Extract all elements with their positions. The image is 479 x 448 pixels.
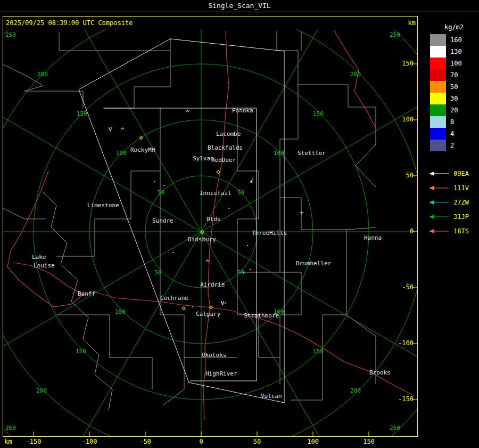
svg-text:Didsbury: Didsbury	[188, 236, 216, 243]
colorbar-swatch	[430, 81, 446, 93]
svg-text:◇: ◇	[216, 168, 220, 175]
colorbar-entry: 130	[430, 46, 462, 58]
svg-text:50: 50	[154, 269, 161, 276]
svg-text:Lacombe: Lacombe	[216, 131, 241, 137]
svg-text:◇: ◇	[209, 303, 213, 311]
colorbar-swatch	[430, 93, 446, 104]
radar-map[interactable]: 2502001501005050100150200250501001502002…	[3, 17, 417, 436]
right-axis-label: 150	[390, 60, 414, 67]
svg-text:Olds: Olds	[207, 216, 221, 223]
svg-text:Stettler: Stettler	[298, 150, 326, 157]
svg-text:Banff: Banff	[78, 290, 95, 297]
site-arrow-icon	[429, 199, 449, 206]
svg-text:150: 150	[313, 348, 324, 355]
svg-text:Blackfalds: Blackfalds	[208, 144, 243, 151]
svg-text:Vulcan: Vulcan	[261, 393, 282, 400]
svg-text:^: ^	[120, 127, 124, 134]
svg-text:·: ·	[152, 178, 156, 185]
right-axis-unit: km	[408, 17, 417, 29]
colorbar: 16013010070503020842	[430, 34, 462, 151]
colorbar-swatch	[430, 128, 446, 140]
svg-text:·: ·	[251, 175, 254, 183]
svg-text:100: 100	[115, 308, 126, 315]
site-row: 27ZW	[429, 195, 469, 209]
colorbar-swatch	[430, 58, 446, 69]
colorbar-value: 70	[450, 69, 458, 81]
site-id: 31JP	[453, 213, 469, 221]
colorbar-entry: 70	[430, 69, 462, 81]
svg-text:+: +	[300, 209, 303, 217]
scan-timestamp: 2025/09/25 08:39:00 UTC Composite	[3, 19, 133, 27]
svg-text:250: 250	[390, 31, 400, 38]
bottom-axis-label: 150	[357, 438, 381, 445]
bottom-axis-label: -100	[78, 438, 101, 445]
right-axis-label: -150	[390, 395, 414, 403]
svg-text:Okotoks: Okotoks	[202, 352, 226, 359]
window-title: Single_Scan_VIL	[0, 0, 479, 12]
svg-text:150: 150	[77, 110, 87, 117]
colorbar-entry: 50	[430, 81, 462, 93]
colorbar-swatch	[430, 69, 446, 81]
bottom-axis-label: -150	[22, 438, 45, 445]
right-axis-label: -50	[390, 283, 414, 291]
svg-text:100: 100	[274, 150, 284, 157]
bottom-axis-unit: km	[4, 438, 12, 445]
svg-text:v: v	[108, 125, 112, 133]
svg-text:◇: ◇	[139, 134, 143, 141]
svg-text:200: 200	[37, 71, 48, 78]
svg-text:200: 200	[350, 387, 361, 394]
site-arrow-icon	[429, 170, 449, 177]
svg-text:Calgary: Calgary	[196, 311, 221, 317]
svg-text:·: ·	[191, 303, 194, 311]
site-id: 18TS	[453, 227, 469, 235]
svg-text:·: ·	[162, 182, 166, 189]
highways	[7, 31, 414, 420]
svg-text:100: 100	[116, 150, 127, 157]
svg-text:·: ·	[248, 266, 252, 273]
right-axis-label: 0	[390, 227, 414, 235]
svg-text:150: 150	[313, 110, 324, 117]
site-row: 111V	[429, 181, 469, 195]
svg-text:Sundre: Sundre	[152, 217, 174, 224]
svg-text:Cochrane: Cochrane	[160, 295, 188, 302]
svg-text:^: ^	[205, 259, 209, 266]
colorbar-value: 50	[450, 81, 458, 93]
site-arrow-icon	[429, 228, 449, 234]
svg-text:250: 250	[5, 31, 16, 38]
colorbar-entry: 4	[430, 128, 462, 140]
colorbar-value: 130	[450, 46, 462, 58]
colorbar-unit: kg/m2	[435, 23, 473, 31]
city-labels: PonokaLacombeBlackfaldsRedDeerSylvanStet…	[32, 107, 391, 400]
svg-text:Sylvan: Sylvan	[193, 155, 214, 162]
site-id: 09EA	[453, 170, 469, 177]
site-arrow-icon	[429, 185, 449, 191]
svg-text:200: 200	[36, 387, 47, 394]
svg-text:·: ·	[242, 269, 245, 276]
svg-text:Brooks: Brooks	[369, 369, 391, 376]
svg-text:ThreeHills: ThreeHills	[252, 230, 287, 237]
site-row: 31JP	[429, 209, 469, 224]
svg-text:◇: ◇	[181, 304, 186, 312]
colorbar-value: 20	[450, 104, 458, 116]
svg-text:·: ·	[227, 205, 230, 212]
map-header: 2025/09/25 08:39:00 UTC Composite km	[3, 17, 417, 29]
bottom-axis-label: 100	[301, 438, 325, 445]
site-id: 27ZW	[453, 199, 469, 206]
colorbar-entry: 20	[430, 104, 462, 116]
colorbar-value: 160	[450, 34, 462, 46]
right-axis-label: 100	[390, 116, 414, 123]
svg-text:·: ·	[223, 299, 227, 307]
svg-text:250: 250	[5, 425, 16, 431]
colorbar-swatch	[430, 104, 446, 116]
svg-text:Innisfail: Innisfail	[200, 190, 232, 197]
map-frame: 2502001501005050100150200250501001502002…	[3, 16, 418, 437]
radar-site-legend: 09EA111V27ZW31JP18TS	[429, 166, 469, 238]
site-id: 111V	[453, 184, 469, 192]
site-row: 18TS	[429, 224, 469, 238]
svg-text:50: 50	[158, 189, 164, 196]
svg-text:RockyMH: RockyMH	[130, 146, 155, 153]
svg-text:50: 50	[237, 189, 244, 196]
colorbar-value: 4	[450, 128, 454, 140]
svg-text:Lake: Lake	[32, 254, 46, 260]
colorbar-entry: 8	[430, 116, 462, 128]
